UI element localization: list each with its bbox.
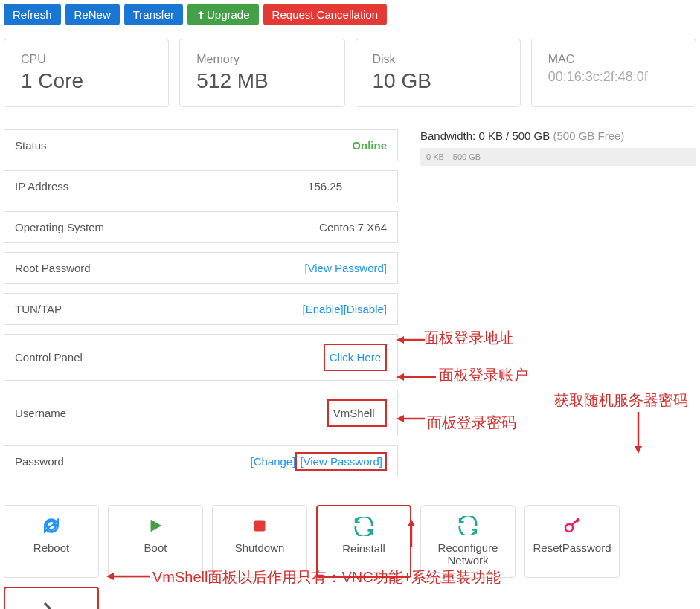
password-view-link[interactable]: [View Password] xyxy=(295,452,387,471)
mac-value: 00:16:3c:2f:48:0f xyxy=(548,69,679,85)
renew-button[interactable]: ReNew xyxy=(65,4,120,25)
reboot-button[interactable]: Reboot xyxy=(4,505,99,578)
arrow-up-icon xyxy=(196,10,205,19)
boot-button[interactable]: Boot xyxy=(108,505,203,578)
mac-card: MAC 00:16:3c:2f:48:0f xyxy=(531,39,696,107)
control-panel-link[interactable]: Click Here xyxy=(324,344,387,371)
status-row: Status Online xyxy=(4,129,398,161)
cpu-label: CPU xyxy=(21,53,152,66)
disk-label: Disk xyxy=(373,53,504,66)
reinstall-button[interactable]: Reinstall xyxy=(316,505,411,578)
memory-value: 512 MB xyxy=(196,69,327,93)
vnc-button[interactable]: VNC xyxy=(4,587,99,609)
refresh-button[interactable]: Refresh xyxy=(4,4,61,25)
svg-rect-0 xyxy=(254,521,266,532)
bandwidth-total: 500 GB xyxy=(453,152,481,161)
memory-card: Memory 512 MB xyxy=(179,39,344,107)
username-label: Username xyxy=(15,407,66,419)
shutdown-button[interactable]: Shutdown xyxy=(212,505,307,578)
password-label: Password xyxy=(15,455,64,468)
username-value: VmShell xyxy=(327,399,387,427)
upgrade-button[interactable]: Upgrade xyxy=(187,4,259,25)
resetpw-label: ResetPassword xyxy=(533,541,611,554)
bandwidth-label: Bandwidth: 0 KB / 500 GB (500 GB Free) xyxy=(420,129,696,142)
upgrade-label: Upgrade xyxy=(207,8,250,21)
tuntap-enable-link[interactable]: [Enable] xyxy=(303,303,344,315)
reboot-icon xyxy=(42,516,61,535)
rootpw-label: Root Password xyxy=(15,262,91,274)
bandwidth-used: 0 KB xyxy=(426,152,444,161)
tuntap-disable-link[interactable]: [Disable] xyxy=(344,303,387,315)
mac-label: MAC xyxy=(548,53,679,66)
tuntap-row: TUN/TAP [Enable][Disable] xyxy=(4,293,398,325)
control-panel-row: Control Panel Click Here xyxy=(4,334,398,381)
status-value: Online xyxy=(352,139,387,152)
os-value: Centos 7 X64 xyxy=(319,221,387,233)
reinstall-label: Reinstall xyxy=(342,542,385,555)
disk-value: 10 GB xyxy=(373,69,504,93)
control-panel-label: Control Panel xyxy=(15,351,83,364)
terminal-icon xyxy=(42,599,61,609)
cpu-value: 1 Core xyxy=(21,69,152,93)
ip-value: 156.25 xyxy=(308,180,387,193)
ip-label: IP Address xyxy=(15,180,68,193)
status-label: Status xyxy=(15,139,47,152)
play-icon xyxy=(146,516,165,535)
rootpw-view-link[interactable]: [View Password] xyxy=(304,262,387,274)
reconfigure-label: Reconfigure Network xyxy=(426,541,510,567)
reinstall-icon xyxy=(354,517,373,536)
username-row: Username VmShell xyxy=(4,390,398,436)
tuntap-label: TUN/TAP xyxy=(15,303,62,315)
reconfigure-network-button[interactable]: Reconfigure Network xyxy=(420,505,516,578)
stop-icon xyxy=(250,516,269,535)
bandwidth-bar: 0 KB 500 GB xyxy=(420,148,696,166)
password-row: Password [Change][View Password] xyxy=(4,445,398,477)
os-label: Operating System xyxy=(15,221,104,233)
boot-label: Boot xyxy=(144,541,167,554)
password-change-link[interactable]: [Change] xyxy=(251,455,296,468)
reset-password-button[interactable]: ResetPassword xyxy=(524,505,620,578)
ip-row: IP Address 156.25 xyxy=(4,170,398,202)
rootpw-row: Root Password [View Password] xyxy=(4,252,398,284)
key-icon xyxy=(562,516,582,535)
request-cancellation-button[interactable]: Request Cancellation xyxy=(263,4,388,25)
transfer-button[interactable]: Transfer xyxy=(124,4,183,25)
disk-card: Disk 10 GB xyxy=(356,39,521,107)
cpu-card: CPU 1 Core xyxy=(4,39,169,107)
network-icon xyxy=(458,516,478,535)
os-row: Operating System Centos 7 X64 xyxy=(4,211,398,243)
reboot-label: Reboot xyxy=(33,541,69,554)
shutdown-label: Shutdown xyxy=(235,541,285,554)
memory-label: Memory xyxy=(196,53,327,66)
